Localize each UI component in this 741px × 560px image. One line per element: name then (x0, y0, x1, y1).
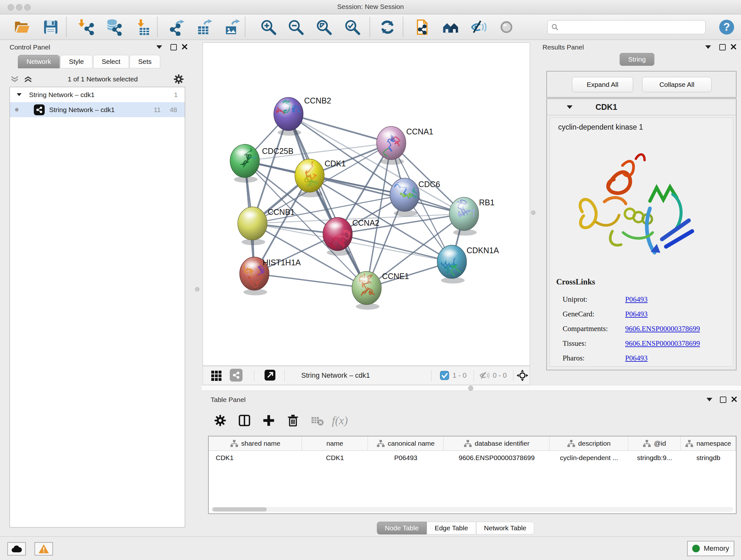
delete-table-button[interactable] (309, 413, 325, 428)
horizontal-splitter-grip[interactable] (468, 386, 473, 391)
image-icon (226, 26, 236, 35)
function-builder-button[interactable]: f(x) (332, 413, 348, 428)
tab-sets[interactable]: Sets (130, 55, 160, 68)
panel-close-icon[interactable] (731, 44, 736, 51)
crosslink-value-link[interactable]: 9606.ENSP00000378699 (625, 339, 700, 348)
view-network-button[interactable] (230, 369, 243, 381)
table-cell[interactable]: cyclin-dependent ... (549, 451, 628, 465)
column-header-canonical-name[interactable]: canonical name (368, 436, 444, 450)
panel-menu-icon[interactable] (706, 398, 712, 401)
import-network-from-database-button[interactable] (105, 18, 123, 37)
memory-button[interactable]: Memory (687, 541, 734, 556)
tab-string[interactable]: String (620, 53, 655, 66)
open-in-new-window-button[interactable] (264, 369, 276, 383)
table-row[interactable]: CDK1CDK1P064939606.ENSP00000378699cyclin… (209, 451, 736, 465)
import-table-button[interactable] (133, 18, 151, 37)
zoom-in-button[interactable] (259, 18, 278, 37)
save-session-button[interactable] (42, 18, 60, 37)
show-all-button[interactable] (497, 18, 516, 37)
panel-menu-icon[interactable] (705, 45, 711, 49)
table-cell[interactable]: 9606.ENSP00000378699 (444, 451, 549, 465)
export-table-button[interactable] (194, 18, 213, 37)
table-horizontal-scrollbar[interactable] (211, 507, 733, 512)
cloud-status-button[interactable] (7, 542, 26, 556)
search-input[interactable] (561, 23, 705, 31)
panel-float-icon[interactable] (171, 44, 177, 51)
network-graph[interactable]: CCNB2CCNA1CDC25BCDK1CDC6RB1CCNB1CCNA2CDK… (203, 43, 530, 366)
panel-float-icon[interactable] (720, 396, 726, 403)
fit-content-button[interactable] (516, 369, 529, 383)
column-header-name[interactable]: name (302, 436, 368, 450)
zoom-out-button[interactable] (286, 18, 305, 37)
crosslink-value-link[interactable]: P06493 (625, 295, 648, 304)
export-network-button[interactable] (167, 18, 185, 37)
show-columns-button[interactable] (237, 413, 253, 428)
search-field[interactable] (547, 20, 705, 34)
gear-icon[interactable] (173, 73, 185, 85)
network-node-RB1[interactable] (444, 197, 479, 236)
zoom-selected-button[interactable] (343, 18, 361, 37)
panel-close-icon[interactable] (731, 396, 737, 403)
export-image-button[interactable] (222, 18, 241, 37)
entry-collapse-icon[interactable] (567, 105, 572, 109)
vertical-splitter-grip[interactable] (531, 210, 536, 215)
panel-menu-icon[interactable] (156, 45, 162, 49)
expand-all-button[interactable]: Expand All (572, 77, 633, 92)
expand-all-icon[interactable] (23, 75, 32, 83)
column-header-database-identifier[interactable]: database identifier (444, 436, 549, 450)
network-node-CCNE1[interactable] (352, 266, 381, 310)
column-header-@id[interactable]: @id (628, 436, 681, 450)
table-cell[interactable]: CDK1 (209, 451, 302, 465)
home-layouts-button[interactable] (441, 18, 460, 37)
zoom-fit-button[interactable] (315, 18, 333, 37)
column-header-description[interactable]: description (549, 436, 628, 450)
table-cell[interactable]: P06493 (368, 451, 444, 465)
warnings-button[interactable] (35, 542, 53, 556)
crosslink-value-link[interactable]: 9606.ENSP00000378699 (625, 325, 700, 333)
scrollbar-thumb[interactable] (212, 507, 267, 511)
protein-entry-content: cyclin-dependent kinase 1 (549, 118, 733, 367)
horizontal-splitter[interactable] (202, 385, 741, 391)
network-edge[interactable] (288, 114, 391, 143)
tab-network[interactable]: Network (18, 55, 60, 68)
tab-style[interactable]: Style (60, 55, 92, 68)
table-settings-button[interactable] (212, 413, 228, 428)
hide-selected-button[interactable] (469, 18, 488, 37)
crosslink-value-link[interactable]: P06493 (625, 310, 648, 318)
panel-close-icon[interactable] (182, 44, 187, 51)
protein-entry-header[interactable]: CDK1 (547, 99, 736, 115)
network-node-CDC25B[interactable] (230, 144, 262, 183)
share-network-file-button[interactable] (413, 18, 431, 37)
network-node-CCNB2[interactable] (273, 98, 303, 136)
network-canvas[interactable]: CCNB2CCNA1CDC25BCDK1CDC6RB1CCNB1CCNA2CDK… (203, 43, 530, 366)
node-highlight (327, 221, 344, 230)
tree-expand-icon[interactable] (17, 93, 22, 96)
import-network-button[interactable] (77, 18, 95, 37)
tab-node-table[interactable]: Node Table (377, 522, 427, 535)
network-node-CCNB1[interactable] (238, 207, 267, 245)
crosslink-value-link[interactable]: P06493 (625, 354, 648, 362)
network-row[interactable]: String Network – cdk1 11 48 (10, 102, 185, 117)
collapse-all-button[interactable]: Collapse All (642, 77, 712, 92)
refresh-button[interactable] (378, 18, 397, 37)
view-grid-button[interactable] (211, 370, 222, 383)
network-collection-row[interactable]: String Network – cdk1 1 (10, 87, 185, 102)
column-header-shared-name[interactable]: shared name (209, 436, 302, 450)
network-edge[interactable] (254, 273, 367, 288)
table-cell[interactable]: stringdb:9... (628, 451, 681, 465)
open-session-button[interactable] (13, 18, 31, 37)
vertical-splitter-grip[interactable] (195, 287, 199, 292)
tab-network-table[interactable]: Network Table (476, 522, 535, 535)
table-cell[interactable]: stringdb (681, 451, 736, 465)
add-column-button[interactable] (261, 413, 277, 428)
network-node-CCNA1[interactable] (377, 126, 406, 172)
collapse-all-icon[interactable] (10, 75, 19, 83)
tab-select[interactable]: Select (93, 55, 129, 68)
network-node-CDKN1A[interactable] (437, 245, 467, 284)
tab-edge-table[interactable]: Edge Table (427, 522, 476, 535)
delete-column-button[interactable] (285, 413, 301, 428)
table-cell[interactable]: CDK1 (302, 451, 368, 465)
help-button[interactable]: ? (718, 18, 736, 37)
column-header-namespace[interactable]: namespace (681, 436, 736, 450)
panel-float-icon[interactable] (719, 44, 726, 51)
